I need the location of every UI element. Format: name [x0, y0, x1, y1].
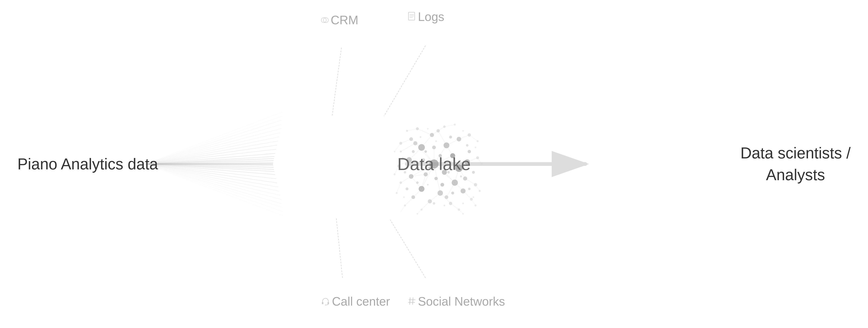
svg-point-141 [428, 167, 431, 170]
svg-point-152 [449, 136, 452, 138]
svg-line-16 [145, 164, 274, 169]
svg-point-120 [416, 127, 419, 130]
crm-label-group: CRM [321, 13, 358, 27]
logs-icon [408, 12, 416, 22]
crm-dashed-line [332, 48, 341, 116]
svg-point-91 [418, 144, 425, 151]
svg-line-15 [145, 164, 274, 167]
cluster-nodes [394, 124, 483, 215]
svg-point-119 [404, 204, 406, 206]
svg-line-18 [145, 164, 275, 174]
call-center-text: Call center [332, 294, 390, 308]
svg-point-155 [404, 171, 406, 173]
svg-point-142 [440, 183, 444, 187]
svg-point-95 [452, 179, 458, 186]
svg-rect-177 [322, 302, 323, 304]
svg-point-163 [443, 205, 445, 206]
svg-point-107 [461, 189, 466, 193]
svg-point-125 [476, 140, 478, 142]
svg-line-0 [145, 120, 281, 164]
social-networks-text: Social Networks [418, 294, 505, 308]
svg-line-27 [145, 116, 282, 164]
svg-point-166 [462, 203, 464, 204]
svg-line-79 [444, 125, 455, 127]
svg-point-153 [466, 144, 468, 146]
svg-line-2 [145, 129, 281, 164]
svg-point-140 [439, 154, 442, 157]
svg-point-122 [443, 125, 445, 128]
svg-point-135 [416, 213, 418, 215]
svg-line-8 [145, 154, 275, 164]
svg-line-5 [145, 141, 278, 164]
svg-point-93 [450, 153, 455, 158]
svg-point-146 [416, 182, 418, 184]
svg-line-10 [145, 159, 274, 164]
svg-point-98 [409, 174, 413, 179]
svg-point-159 [450, 161, 452, 163]
svg-line-22 [145, 164, 279, 191]
svg-point-92 [443, 142, 450, 148]
logs-label-group: Logs [408, 10, 444, 24]
svg-line-180 [410, 298, 410, 304]
svg-line-81 [395, 143, 401, 152]
svg-point-164 [402, 157, 404, 159]
svg-point-157 [433, 202, 435, 205]
svg-point-112 [442, 170, 447, 175]
svg-line-6 [145, 145, 277, 164]
svg-point-94 [455, 164, 463, 172]
svg-line-30 [145, 164, 283, 216]
svg-point-161 [460, 175, 462, 177]
funnel-lines [145, 112, 283, 216]
svg-point-131 [474, 204, 476, 206]
svg-point-144 [447, 171, 450, 173]
svg-line-20 [145, 164, 277, 183]
svg-point-104 [457, 137, 461, 141]
svg-point-124 [468, 133, 471, 137]
call-center-label-group: Call center [321, 294, 390, 308]
svg-point-108 [444, 195, 448, 199]
svg-point-133 [462, 213, 464, 215]
svg-point-115 [399, 142, 402, 145]
svg-point-154 [412, 150, 415, 153]
svg-line-12 [145, 163, 273, 164]
svg-line-24 [145, 164, 281, 199]
svg-point-143 [416, 167, 419, 170]
svg-point-116 [400, 151, 402, 153]
svg-point-171 [321, 18, 326, 23]
svg-point-96 [437, 190, 443, 196]
svg-point-165 [403, 196, 405, 198]
svg-line-23 [145, 164, 280, 195]
callcenter-dashed-line [336, 218, 342, 278]
cluster-svg [380, 110, 488, 218]
piano-analytics-label: Piano Analytics data [18, 155, 158, 173]
svg-line-3 [145, 133, 280, 164]
svg-line-4 [145, 137, 279, 164]
svg-point-136 [396, 192, 398, 194]
svg-point-121 [406, 130, 408, 132]
svg-point-156 [406, 188, 408, 190]
svg-point-99 [406, 157, 412, 163]
svg-line-83 [397, 183, 401, 193]
svg-point-168 [473, 196, 474, 198]
svg-point-149 [468, 188, 470, 190]
svg-point-158 [420, 136, 421, 138]
svg-point-114 [432, 145, 436, 149]
svg-line-181 [413, 298, 413, 304]
svg-line-28 [145, 112, 283, 164]
svg-point-113 [424, 172, 428, 176]
svg-point-147 [468, 150, 471, 153]
svg-line-84 [401, 205, 405, 212]
svg-point-167 [475, 146, 476, 148]
svg-point-106 [463, 176, 467, 181]
svg-point-162 [427, 184, 429, 186]
crm-text: CRM [331, 13, 358, 27]
svg-point-101 [430, 133, 434, 137]
svg-point-139 [425, 150, 427, 153]
svg-line-21 [145, 164, 278, 187]
svg-point-127 [481, 163, 483, 165]
svg-line-7 [145, 149, 276, 164]
svg-point-132 [458, 208, 460, 211]
svg-line-9 [145, 157, 274, 164]
svg-line-29 [145, 164, 283, 211]
logs-dashed-line [384, 45, 426, 116]
